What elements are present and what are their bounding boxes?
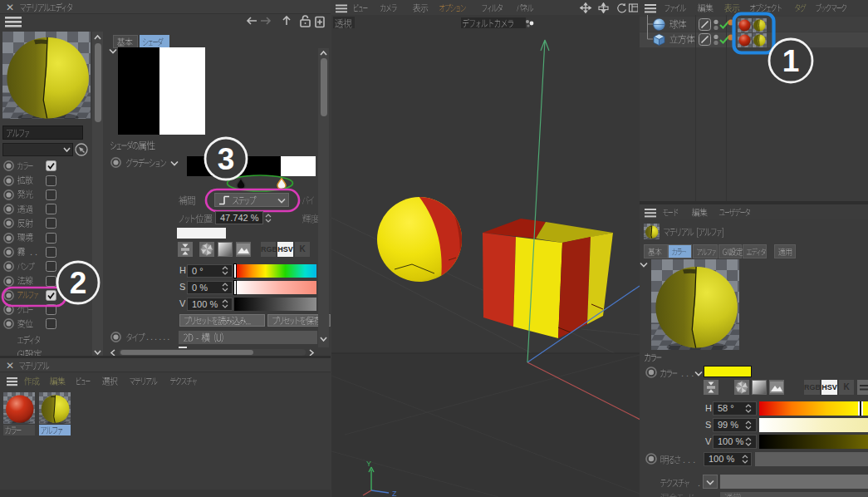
svg-text:1: 1 [782,44,800,78]
svg-text:3: 3 [218,142,235,176]
svg-text:2: 2 [70,266,87,300]
svg-text:Z: Z [392,490,397,497]
svg-text:Y: Y [366,460,371,468]
